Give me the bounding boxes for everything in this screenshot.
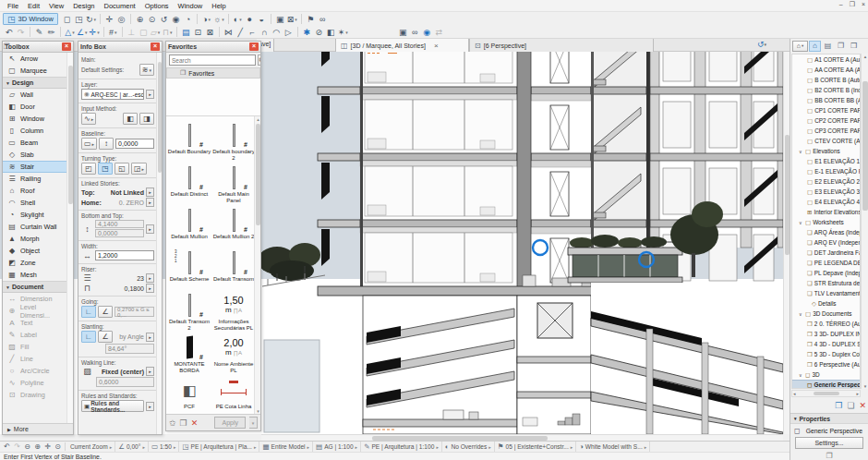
send-receive-icon[interactable]: ⇄ bbox=[433, 26, 445, 38]
menu-document[interactable]: Document bbox=[100, 2, 140, 10]
navigator-item-a1-corte-a-auto-r[interactable]: ▢A1 CORTE A (Auto-r... bbox=[792, 54, 860, 65]
maximize-button[interactable]: ❒ bbox=[850, 1, 855, 8]
split-icon[interactable]: ╱ bbox=[235, 26, 247, 38]
favorites-scrollbar[interactable]: ▴▾ bbox=[254, 116, 260, 414]
favorite-item-informa-es-secund-rias-pl[interactable]: 1,50m ∏AInformações Secundárias PL bbox=[211, 288, 256, 331]
menu-design[interactable]: Design bbox=[68, 2, 99, 10]
navigator-item-arq-ev-independe[interactable]: ❏ARQ EV (Independe... bbox=[792, 237, 860, 248]
fit-view-icon[interactable]: ⊙ bbox=[53, 442, 63, 452]
favorite-item-default-transom-2[interactable]: #Default Transom 2 bbox=[167, 288, 211, 331]
zoom-in-3d-icon[interactable]: ⊙ bbox=[146, 13, 158, 25]
walking-line-offset-field[interactable]: 0,6000 bbox=[96, 377, 154, 387]
riser-height-button[interactable]: ▸ bbox=[146, 284, 154, 293]
render-icon[interactable]: ● bbox=[244, 13, 256, 25]
fillet-chamfer-icon[interactable]: ◠ bbox=[271, 26, 283, 38]
minimize-button[interactable]: – bbox=[839, 1, 843, 8]
virtual-trace-icon[interactable]: ⊡ bbox=[192, 26, 204, 38]
new-favorite-icon[interactable]: ✩ bbox=[169, 418, 176, 428]
toolbox-item-slab[interactable]: ◇Slab bbox=[3, 149, 66, 161]
toolbox-item-fill[interactable]: ▨Fill bbox=[3, 341, 66, 353]
autogroup-icon[interactable]: ◧ bbox=[325, 26, 337, 38]
navigator-item-cp1-corte-parcial[interactable]: ▢CP1 CORTE PARCIAL... bbox=[792, 105, 860, 115]
floor-plan-cut-select[interactable]: ◳PE | Arquitetura | Pla...▸ bbox=[179, 442, 259, 453]
explode-icon[interactable]: ✶▾ bbox=[337, 26, 349, 38]
favorite-item-default-boundary[interactable]: #Default Boundary bbox=[167, 118, 211, 161]
navigator-item-pe-legenda-de-sh[interactable]: ❏PE LEGENDA DE SH... bbox=[792, 258, 860, 268]
trim-icon[interactable]: ⋈ bbox=[223, 26, 235, 38]
navigator-item-worksheets[interactable]: ∨▢Worksheets bbox=[792, 217, 860, 227]
navigator-item-tlv-levantamento-p[interactable]: ❏TLV Levantamento P... bbox=[792, 288, 860, 298]
toolbox-item-curtain-wall[interactable]: ▤Curtain Wall bbox=[3, 221, 66, 233]
navigator-item-4-3d-duplex-supe[interactable]: ❐4 3D - DUPLEX SUPE... bbox=[792, 339, 860, 349]
favorite-item-default-boundary-2[interactable]: #Default boundary 2 bbox=[211, 118, 256, 161]
turning-type-2-button[interactable]: ◳ bbox=[98, 163, 113, 175]
navigator-item-b-corte-b-auto-re[interactable]: ▢B CORTE B (Auto-re... bbox=[792, 75, 860, 85]
toolbox-item-arrow[interactable]: ↖Arrow bbox=[3, 53, 66, 65]
turning-type-4-button[interactable]: ◲▸ bbox=[131, 163, 147, 175]
fit-in-window-icon[interactable]: ⊕ bbox=[134, 13, 146, 25]
toolbox-item-level-dimensi[interactable]: ⊕Level Dimensi... bbox=[3, 305, 66, 317]
baseline-offset-field[interactable]: 0,0000 bbox=[115, 139, 154, 149]
view-map-icon[interactable]: ▤ bbox=[822, 41, 834, 52]
orbit-icon[interactable]: ↻▾ bbox=[85, 13, 97, 25]
width-field[interactable]: 1,2000 bbox=[95, 250, 154, 260]
going-rule-1-button[interactable]: ∟ bbox=[81, 306, 96, 318]
look-around-icon[interactable]: ◎ bbox=[115, 13, 127, 25]
capture-icon[interactable]: ⊠▾ bbox=[286, 13, 298, 25]
surface-option-1-button[interactable]: ◧ bbox=[123, 113, 138, 125]
navigator-item-e3-eleva-o-3-aut[interactable]: ▢E3 ELEVAÇÃO 3 (Aut... bbox=[792, 187, 860, 197]
apply-button[interactable]: Apply bbox=[214, 417, 246, 429]
navigator-item-bb-corte-bb-auto[interactable]: ▢BB CORTE BB (Auto... bbox=[792, 95, 860, 105]
graphic-override-select[interactable]: ◐No Overrides▸ bbox=[442, 442, 495, 453]
menu-view[interactable]: View bbox=[44, 2, 68, 10]
intersect-icon[interactable]: ∩ bbox=[259, 26, 271, 38]
favorites-settings-icon[interactable]: ⚙▾ bbox=[258, 54, 261, 66]
navigator-item-generic-perspective[interactable]: ◻Generic Perspective bbox=[792, 380, 860, 389]
elevation-flyout-button[interactable]: ▸ bbox=[146, 224, 154, 234]
layers-dialog-icon[interactable]: ▤ bbox=[180, 26, 192, 38]
organizer-icon[interactable]: ❐ bbox=[790, 452, 868, 460]
toolbox-item-mesh[interactable]: ▦Mesh bbox=[3, 269, 66, 281]
project-chooser-button[interactable]: ⌂▾ bbox=[792, 41, 808, 52]
undo-icon[interactable]: ↶ bbox=[3, 26, 15, 38]
rules-flyout-button[interactable]: ▸ bbox=[146, 402, 154, 411]
toolbox-item-railing[interactable]: ☰Railing bbox=[3, 173, 66, 185]
snap-guides-icon[interactable]: ∠▾ bbox=[76, 26, 89, 38]
camera-settings-icon[interactable]: ◑▾ bbox=[200, 13, 212, 25]
toolbox-item-morph[interactable]: ▲Morph bbox=[3, 233, 66, 245]
orbit-view-icon[interactable]: ↺ bbox=[158, 13, 170, 25]
save-current-view-icon[interactable]: ❐ bbox=[835, 401, 842, 410]
toolbox-item-marquee[interactable]: ▢Marquee bbox=[3, 65, 66, 77]
navigator-item-3d[interactable]: ∨◻3D bbox=[792, 369, 860, 380]
toolbox-item-skylight[interactable]: ◔Skylight bbox=[3, 209, 66, 221]
toolbox-item-object[interactable]: ◆Object bbox=[3, 245, 66, 257]
suspend-groups-icon[interactable]: ⊘ bbox=[313, 26, 325, 38]
toolbox-item-drawing[interactable]: ⊡Drawing bbox=[3, 389, 66, 401]
menu-window[interactable]: Window bbox=[174, 2, 208, 10]
grid-snap-icon[interactable]: #▾ bbox=[107, 26, 119, 38]
turning-type-3-button[interactable]: ◱ bbox=[115, 163, 129, 175]
orientation-select[interactable]: ∠0,00°▸ bbox=[115, 442, 149, 453]
redo-icon[interactable]: ↷ bbox=[15, 26, 27, 38]
favorites-close-icon[interactable]: × bbox=[249, 42, 259, 51]
adjust-icon[interactable]: ⌐ bbox=[247, 26, 259, 38]
info-box-scrollbar[interactable] bbox=[156, 53, 162, 434]
toolbox-item-window[interactable]: ⊞Window bbox=[3, 113, 66, 125]
favorite-item-pe-cota-linha[interactable]: PE Cota Linha bbox=[211, 373, 256, 414]
parallel-projection-icon[interactable]: ◻ bbox=[61, 13, 73, 25]
toolbox-close-icon[interactable]: × bbox=[62, 42, 71, 51]
toolbox-scrollbar[interactable] bbox=[66, 53, 73, 423]
favorite-item-default-distinct[interactable]: #Default Distinct bbox=[167, 161, 211, 203]
delete-favorite-icon[interactable]: ✕ bbox=[191, 418, 199, 428]
guide-lines-icon[interactable]: △▾ bbox=[64, 26, 76, 38]
navigator-item-str-estrutura-de-co[interactable]: ❏STR Estrutura de Co... bbox=[792, 278, 860, 288]
navigator-item-cp2-corte-parcial[interactable]: ▢CP2 CORTE PARCIAL... bbox=[792, 115, 860, 126]
navigator-item-6-perspective-auto[interactable]: ❐6 Perspective (Auto-... bbox=[792, 359, 860, 369]
navigator-item-5-3d-duplex-cobe[interactable]: ❐5 3D - Duplex Cobe... bbox=[792, 349, 860, 359]
tab-options-icon[interactable]: ↺▾ bbox=[757, 40, 766, 49]
clone-folder-icon[interactable]: ❏ bbox=[847, 401, 854, 410]
info-box-close-icon[interactable]: × bbox=[151, 42, 160, 51]
home-link-button[interactable]: ▸ bbox=[146, 198, 154, 207]
menu-edit[interactable]: Edit bbox=[23, 2, 44, 10]
navigator-item-e1-eleva-o-1-aut[interactable]: ▢E1 ELEVAÇÃO 1 (Aut... bbox=[792, 156, 860, 166]
